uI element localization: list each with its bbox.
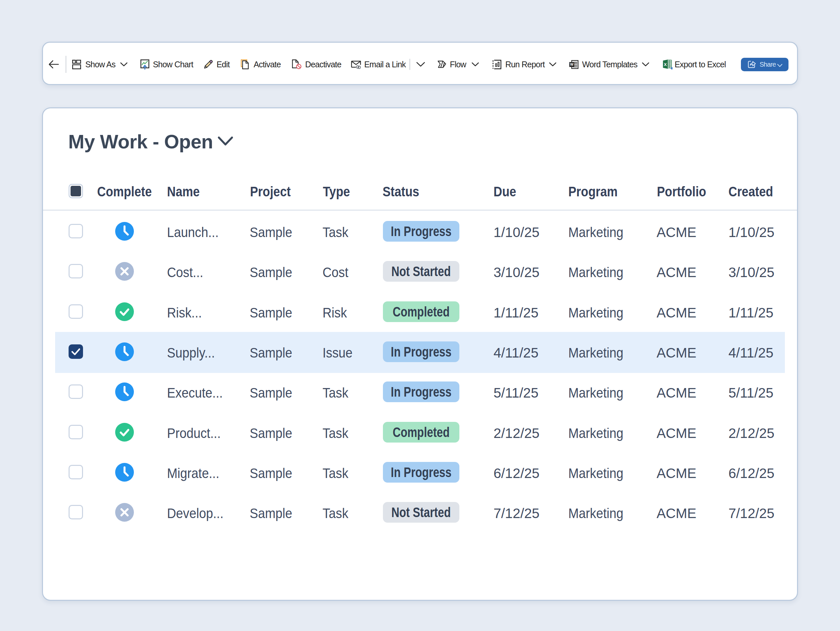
svg-text:W: W (570, 62, 573, 66)
svg-text:X: X (664, 62, 667, 67)
